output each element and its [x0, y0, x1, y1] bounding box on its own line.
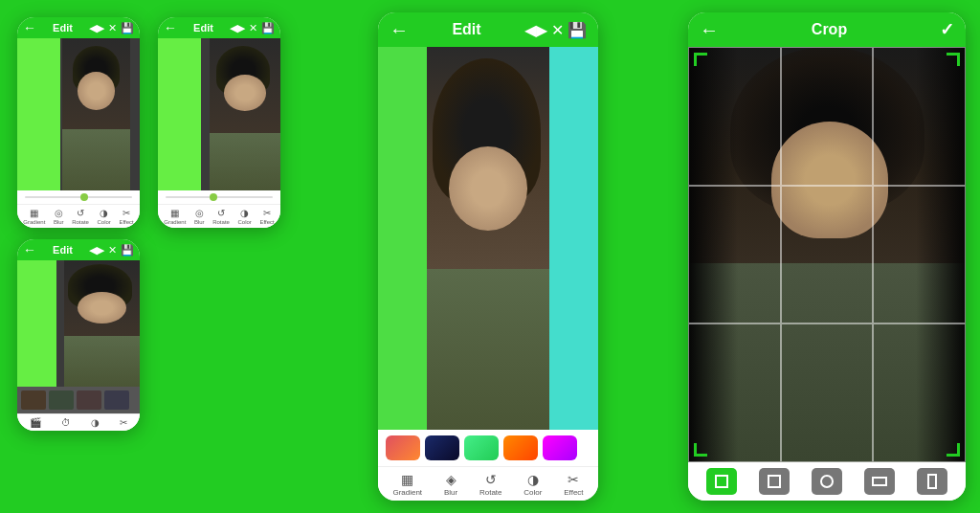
sm3-timer-icon: ⏱	[61, 417, 71, 428]
phone-lg: ← Edit ◀▶ ✕ 💾 ▦	[378, 12, 598, 501]
lg-tool-rotate[interactable]: ↺ Rotate	[479, 472, 502, 497]
sm1-back-arrow[interactable]: ←	[23, 20, 36, 35]
sm2-slider[interactable]	[158, 190, 280, 204]
sm1-rotate-label: Rotate	[72, 219, 89, 225]
sm3-thumb-2[interactable]	[49, 390, 74, 410]
lg-tool-effect[interactable]: ✂ Effect	[564, 472, 583, 497]
sm1-title: Edit	[53, 22, 73, 33]
svg-rect-3	[873, 478, 886, 485]
lg-save-icon[interactable]: 💾	[568, 21, 587, 39]
swatch-1[interactable]	[386, 435, 420, 460]
lg-blur-icon: ◈	[446, 472, 457, 487]
sm2-tool-blur[interactable]: ◎ Blur	[194, 208, 205, 225]
sm3-save-icon[interactable]: 💾	[121, 244, 134, 256]
sm2-rotate-icon: ↺	[217, 208, 225, 218]
sm2-blur-icon: ◎	[195, 208, 204, 218]
sm3-header: ← Edit ◀▶ ✕ 💾	[17, 239, 140, 260]
lg-tool-gradient[interactable]: ▦ Gradient	[392, 472, 422, 497]
sm2-expand-icon[interactable]: ✕	[249, 22, 257, 34]
lg-title: Edit	[452, 21, 480, 38]
sm3-tool-timer[interactable]: ⏱	[61, 417, 71, 428]
sm1-tool-blur[interactable]: ◎ Blur	[54, 208, 64, 225]
sm1-effect-label: Effect	[119, 219, 133, 225]
sm1-mirror-icon[interactable]: ◀▶	[89, 22, 104, 34]
crop-handle-br[interactable]	[947, 443, 960, 457]
sm1-save-icon[interactable]: 💾	[121, 22, 134, 34]
lg-rotate-icon: ↺	[485, 472, 497, 487]
phone-sm2: ← Edit ◀▶ ✕ 💾 ▦ Gradient ◎ Blur	[158, 17, 280, 228]
sm1-blur-icon: ◎	[55, 208, 63, 218]
crop-tool-freeform[interactable]	[706, 468, 737, 495]
sm1-tool-rotate[interactable]: ↺ Rotate	[72, 208, 89, 225]
sm2-header-icons: ◀▶ ✕ 💾	[230, 22, 275, 34]
sm2-tool-rotate[interactable]: ↺ Rotate	[212, 208, 230, 225]
sm3-thumb-3[interactable]	[77, 390, 101, 410]
crop-header: ← Crop ✓	[688, 12, 966, 47]
lg-gradient-label: Gradient	[392, 488, 422, 497]
sm2-tool-color[interactable]: ◑ Color	[238, 208, 252, 225]
crop-image-area	[688, 47, 966, 462]
swatch-3[interactable]	[464, 435, 499, 460]
crop-handle-bl[interactable]	[694, 443, 707, 457]
sm3-effect-icon: ✂	[120, 417, 127, 428]
sm3-thumb-1[interactable]	[21, 390, 46, 410]
sm3-toolbar: 🎬 ⏱ ◑ ✂	[17, 413, 140, 431]
lg-mirror-icon[interactable]: ◀▶	[524, 21, 547, 39]
crop-cell-7	[688, 323, 781, 462]
sm3-thumb-4[interactable]	[104, 390, 129, 410]
lg-gradient-icon: ▦	[401, 472, 413, 487]
sm1-effect-icon: ✂	[122, 208, 130, 218]
sm1-slider[interactable]	[17, 190, 140, 204]
crop-tool-portrait[interactable]	[917, 468, 947, 495]
phone-crop: ← Crop ✓	[688, 12, 966, 501]
crop-cell-4	[688, 186, 781, 324]
sm3-mirror-icon[interactable]: ◀▶	[89, 244, 104, 256]
crop-title: Crop	[812, 21, 847, 38]
lg-color-label: Color	[523, 488, 542, 497]
sm3-color-icon: ◑	[91, 417, 100, 428]
sm3-image-area	[17, 260, 140, 387]
phone-sm1: ← Edit ◀▶ ✕ 💾 ▦ Gradient ◎ Blur	[17, 17, 140, 228]
crop-check-icon[interactable]: ✓	[940, 19, 954, 40]
sm3-tool-effect[interactable]: ✂	[120, 417, 127, 428]
sm2-header: ← Edit ◀▶ ✕ 💾	[158, 17, 280, 38]
sm2-save-icon[interactable]: 💾	[261, 22, 275, 34]
sm1-color-label: Color	[98, 219, 111, 225]
sm2-rotate-label: Rotate	[212, 219, 230, 225]
sm3-back-arrow[interactable]: ←	[23, 242, 36, 257]
sm3-tool-video[interactable]: 🎬	[30, 417, 41, 428]
sm2-effect-icon: ✂	[263, 208, 271, 218]
swatch-2[interactable]	[425, 435, 459, 460]
lg-toolbar: ▦ Gradient ◈ Blur ↺ Rotate ◑ Color ✂ Eff…	[378, 466, 598, 501]
phone-sm3: ← Edit ◀▶ ✕ 💾 🎬 ⏱ ◑	[17, 239, 140, 431]
lg-portrait	[427, 47, 550, 430]
swatch-5[interactable]	[543, 435, 577, 460]
crop-handle-tr[interactable]	[947, 53, 960, 66]
sm1-expand-icon[interactable]: ✕	[108, 22, 117, 34]
sm1-toolbar: ▦ Gradient ◎ Blur ↺ Rotate ◑ Color ✂ Eff…	[17, 204, 140, 228]
lg-expand-icon[interactable]: ✕	[551, 21, 564, 39]
sm2-color-icon: ◑	[240, 208, 249, 218]
sm2-gradient-icon: ▦	[170, 208, 179, 218]
swatch-4[interactable]	[503, 435, 538, 460]
sm1-tool-gradient[interactable]: ▦ Gradient	[23, 208, 45, 225]
sm2-mirror-icon[interactable]: ◀▶	[230, 22, 245, 34]
sm1-rotate-icon: ↺	[77, 208, 84, 218]
sm2-tool-effect[interactable]: ✂ Effect	[259, 208, 274, 225]
lg-tool-color[interactable]: ◑ Color	[523, 472, 542, 497]
lg-tool-blur[interactable]: ◈ Blur	[444, 472, 457, 497]
crop-tool-circle[interactable]	[812, 468, 842, 495]
sm1-tool-effect[interactable]: ✂ Effect	[119, 208, 133, 225]
sm1-tool-color[interactable]: ◑ Color	[98, 208, 111, 225]
sm2-back-arrow[interactable]: ←	[164, 20, 177, 35]
crop-cell-8	[781, 323, 874, 462]
sm2-effect-label: Effect	[259, 219, 274, 225]
sm3-tool-color[interactable]: ◑	[91, 417, 100, 428]
lg-back-arrow[interactable]: ←	[390, 19, 409, 41]
crop-back-arrow[interactable]: ←	[700, 19, 719, 41]
crop-handle-tl[interactable]	[694, 53, 707, 66]
crop-tool-16-9[interactable]	[864, 468, 895, 495]
sm2-tool-gradient[interactable]: ▦ Gradient	[164, 208, 186, 225]
crop-tool-square[interactable]	[759, 468, 790, 495]
sm3-expand-icon[interactable]: ✕	[108, 244, 117, 256]
